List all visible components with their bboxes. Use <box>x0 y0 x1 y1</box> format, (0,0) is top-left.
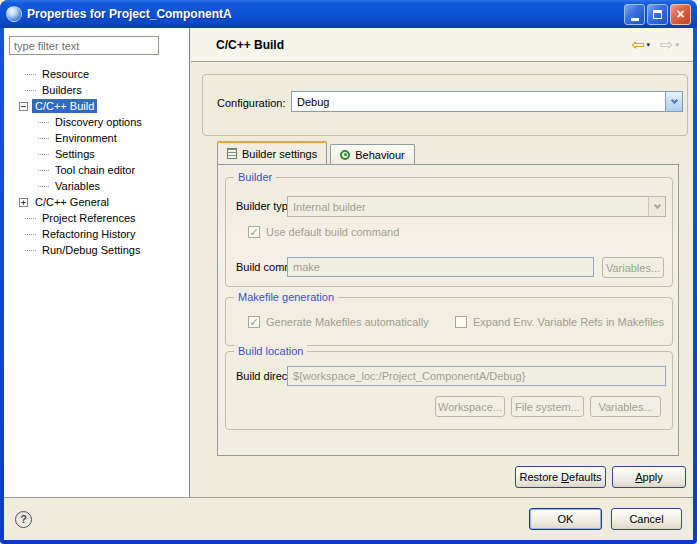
tree-item-refactoring-history[interactable]: Refactoring History <box>4 226 188 242</box>
tree-item-variables[interactable]: Variables <box>4 178 188 194</box>
build-directory-field-disabled: ${workspace_loc:/Project_ComponentA/Debu… <box>287 366 666 386</box>
tree-item-label: C/C++ General <box>32 195 112 209</box>
chevron-down-icon <box>670 96 677 103</box>
tree-item-label: Builders <box>39 83 85 97</box>
dialog-footer: ? OK Cancel <box>4 497 693 540</box>
build-settings-page: Configuration: Debug Builder settings Be… <box>191 62 693 497</box>
behaviour-icon <box>340 150 350 160</box>
tree-item-builders[interactable]: Builders <box>4 82 188 98</box>
maximize-button[interactable] <box>647 4 668 25</box>
close-button[interactable]: × <box>670 4 691 25</box>
configuration-label: Configuration: <box>217 97 286 109</box>
makefile-generation-group: Makefile generation ✓ Generate Makefiles… <box>225 297 673 346</box>
title-bar[interactable]: Properties for Project_ComponentA × <box>0 0 697 28</box>
expand-env-refs-checkbox-unchecked-disabled <box>455 316 467 328</box>
minimize-icon <box>631 18 639 21</box>
tree-item-label: Refactoring History <box>39 227 139 241</box>
variables-location-button-disabled: Variables... <box>590 396 661 417</box>
expand-toggle-icon[interactable]: + <box>19 198 28 207</box>
tree-connector <box>38 154 49 155</box>
generate-makefiles-label: Generate Makefiles automatically <box>266 316 429 328</box>
expand-env-refs-row: Expand Env. Variable Refs in Makefiles <box>455 316 664 328</box>
tree-item-label: Settings <box>52 147 98 161</box>
builder-type-label: Builder type <box>236 200 294 212</box>
tree-connector <box>25 250 36 251</box>
build-command-field-disabled: make <box>287 257 594 277</box>
tree-item-label: Run/Debug Settings <box>39 243 143 257</box>
ok-button[interactable]: OK <box>529 508 602 530</box>
forward-arrow-icon: ⇨ <box>660 37 673 53</box>
tab-builder-settings[interactable]: Builder settings <box>217 141 327 164</box>
tree-item-c-cpp-general[interactable]: +C/C++ General <box>4 194 188 210</box>
tree-item-c-cpp-build[interactable]: −C/C++ Build <box>4 98 188 114</box>
cancel-button[interactable]: Cancel <box>611 508 682 530</box>
maximize-icon <box>653 10 662 19</box>
tree-item-project-references[interactable]: Project References <box>4 210 188 226</box>
minimize-button[interactable] <box>624 4 645 25</box>
tree-item-settings[interactable]: Settings <box>4 146 188 162</box>
tree-item-label: Resource <box>39 67 92 81</box>
variables-button-disabled: Variables... <box>602 257 664 278</box>
help-button[interactable]: ? <box>15 511 32 528</box>
chevron-down-icon <box>653 201 660 208</box>
collapse-toggle-icon[interactable]: − <box>19 102 28 111</box>
history-nav: ⇦ ▾ ⇨ ▾ <box>623 36 681 54</box>
tree-item-tool-chain-editor[interactable]: Tool chain editor <box>4 162 188 178</box>
tree-connector <box>25 74 36 75</box>
tree-item-label: Tool chain editor <box>52 163 138 177</box>
check-icon: ✓ <box>249 317 258 327</box>
close-icon: × <box>676 7 684 21</box>
tree-item-discovery-options[interactable]: Discovery options <box>4 114 188 130</box>
restore-defaults-button[interactable]: Restore Defaults <box>515 466 606 488</box>
workspace-button-disabled: Workspace... <box>435 396 505 417</box>
filter-input[interactable] <box>9 36 159 55</box>
tree-item-resource[interactable]: Resource <box>4 66 188 82</box>
tree-connector <box>25 234 36 235</box>
apply-label: Apply <box>635 471 663 483</box>
footer-buttons: OK Cancel <box>529 508 682 530</box>
tree-connector <box>38 186 49 187</box>
help-icon: ? <box>20 513 27 525</box>
page-header: C/C++ Build ⇦ ▾ ⇨ ▾ <box>191 28 693 62</box>
builder-group: Builder Builder type Internal builder ✓ … <box>225 177 673 287</box>
build-location-group-title: Build location <box>234 344 307 358</box>
window-icon <box>6 6 22 22</box>
generate-makefiles-checkbox-checked-disabled: ✓ <box>248 316 260 328</box>
builder-type-value: Internal builder <box>288 201 648 213</box>
builder-settings-tab-page: Builder Builder type Internal builder ✓ … <box>217 164 679 456</box>
tab-bar: Builder settings Behaviour <box>217 141 418 164</box>
configuration-group: Configuration: Debug <box>202 74 688 136</box>
tree-item-label: Variables <box>52 179 103 193</box>
file-system-button-disabled: File system... <box>511 396 584 417</box>
builder-group-title: Builder <box>234 170 276 184</box>
tree-connector <box>38 170 49 171</box>
back-arrow-icon: ⇦ <box>631 37 644 53</box>
tab-behaviour[interactable]: Behaviour <box>330 144 415 164</box>
forward-button-disabled: ⇨ ▾ <box>658 36 681 54</box>
tab-label: Builder settings <box>242 148 317 160</box>
expand-env-refs-label: Expand Env. Variable Refs in Makefiles <box>473 316 664 328</box>
back-button[interactable]: ⇦ ▾ <box>629 36 652 54</box>
use-default-checkbox-checked-disabled: ✓ <box>248 226 260 238</box>
configuration-combo[interactable]: Debug <box>291 91 683 112</box>
tree-item-environment[interactable]: Environment <box>4 130 188 146</box>
behaviour-icon-dot <box>344 153 347 156</box>
back-dropdown-icon[interactable]: ▾ <box>647 41 651 49</box>
builder-settings-icon <box>227 148 237 159</box>
use-default-checkbox-label: Use default build command <box>266 226 399 238</box>
dialog-body: Resource Builders −C/C++ Build Discovery… <box>4 28 693 540</box>
properties-tree: Resource Builders −C/C++ Build Discovery… <box>4 66 188 258</box>
tree-item-label: Environment <box>52 131 120 145</box>
tree-item-label: Discovery options <box>52 115 145 129</box>
properties-tree-panel: Resource Builders −C/C++ Build Discovery… <box>4 28 190 497</box>
use-default-build-command-row: ✓ Use default build command <box>248 226 399 238</box>
apply-button[interactable]: Apply <box>612 466 686 488</box>
restore-defaults-label: Restore Defaults <box>520 471 602 483</box>
tree-item-run-debug-settings[interactable]: Run/Debug Settings <box>4 242 188 258</box>
tree-connector <box>25 90 36 91</box>
properties-dialog-window: Properties for Project_ComponentA × Reso… <box>0 0 697 544</box>
tree-connector <box>38 122 49 123</box>
tree-item-label: Project References <box>39 211 139 225</box>
window-controls: × <box>624 4 691 25</box>
configuration-dropdown-button[interactable] <box>665 92 682 111</box>
